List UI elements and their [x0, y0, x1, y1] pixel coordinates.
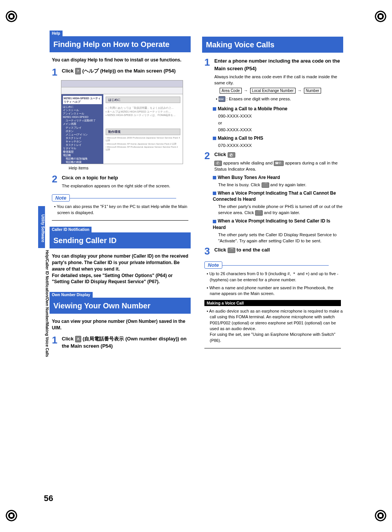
audio-note: An audio device such as an earphone micr…	[210, 308, 343, 343]
step-number: 3	[204, 246, 214, 256]
text: Click	[62, 68, 75, 74]
hangup-icon	[255, 210, 263, 216]
voice-step-3: 3 Click to end the call	[204, 246, 343, 256]
screenshot-heading: はじめに	[106, 97, 180, 103]
sendid-block: When a Voice Prompt Indicating to Send C…	[213, 218, 343, 244]
text: Click	[214, 152, 228, 157]
clear-line: clear : Erases one digit with one press.	[219, 96, 343, 102]
step-title: Click ? (ヘルプ (Help)) on the Main screen …	[62, 67, 191, 75]
text: 080-XXXX-XXXX	[218, 127, 343, 133]
voice-step-2: 2 Click appears while dialing and appear…	[204, 151, 343, 172]
left-column: Help Finding Help on How to Operate You …	[50, 31, 191, 355]
screenshot-main: はじめに • ご利用にあたっては「取扱説明書」をよくお読みの上...• 本ヘルプ…	[103, 94, 183, 164]
note-label: Note	[204, 261, 222, 269]
step-number: 1	[204, 57, 214, 103]
section-tag-callerid: Caller ID Notification	[50, 227, 92, 232]
step-number: 2	[204, 151, 214, 172]
screenshot-sidebar: M2501 HIGH-SPEED ユーティリティ ヘルプ はじめに インストール…	[61, 94, 103, 164]
sub-heading: Making a Call to a Mobile Phone	[218, 106, 288, 111]
text: The other party's mobile phone or PHS is…	[218, 203, 343, 216]
hangup-icon	[262, 182, 269, 188]
step-title: Enter a phone number including the area …	[214, 57, 343, 72]
busy-block: When Busy Tones Are Heard The line is bu…	[213, 174, 343, 188]
in-call-icon	[274, 161, 284, 166]
number-flow: Area Code → Local Exchange Number → Numb…	[220, 87, 343, 93]
voice-step-1: 1 Enter a phone number including the are…	[204, 57, 343, 103]
sub-heading: When Busy Tones Are Heard	[218, 175, 280, 180]
text: The other party sets the Caller ID Displ…	[218, 232, 343, 244]
note-box: Note You can also press the "F1" key on …	[52, 194, 188, 216]
hangup-icon	[228, 248, 235, 253]
arrow-icon: →	[244, 88, 248, 93]
own-number-icon: A	[75, 336, 82, 343]
section-header-callerid: Sending Caller ID	[50, 232, 191, 248]
text: (ヘルプ (Help)) on the Main screen (P54)	[82, 68, 176, 74]
text: The line is busy. Click and try again la…	[218, 182, 343, 188]
step-number: 2	[52, 174, 62, 189]
step-number: 1	[52, 67, 62, 77]
section-header-own: Viewing Your Own Number	[50, 298, 191, 314]
step-text: appears while dialing and appears during…	[214, 160, 343, 172]
own-step-1: 1 Click A (自局電話番号表示 (Own number display)…	[52, 335, 191, 350]
callerid-intro: You can display your phone number (Calle…	[52, 253, 188, 285]
side-breadcrumb: Help/Caller ID Notification/Own Number/M…	[45, 250, 49, 403]
help-icon: ?	[75, 68, 81, 75]
crop-mark-icon	[6, 11, 17, 22]
square-bullet-icon	[213, 137, 216, 140]
crop-mark-icon	[6, 510, 17, 521]
help-screenshot: M2501 HIGH-SPEED ユーティリティ ヘルプ はじめに インストール…	[61, 80, 183, 164]
note-item: You can also press the "F1" key on the P…	[57, 204, 188, 216]
cannot-block: When a Voice Prompt Indicating That a Ca…	[213, 190, 343, 216]
text: or	[218, 120, 343, 126]
help-intro: You can display Help to find how to inst…	[52, 57, 188, 63]
square-bullet-icon	[213, 107, 216, 111]
text: The line is busy. Click	[218, 182, 262, 187]
step-text: Always include the area code even if the…	[214, 74, 343, 86]
sub-heading: When a Voice Prompt Indicating That a Ca…	[213, 190, 336, 202]
divider	[204, 348, 341, 348]
arrow-icon: →	[297, 88, 302, 93]
screenshot-title: M2501 HIGH-SPEED ユーティリティ ヘルプ	[63, 96, 102, 104]
text: : Erases one digit with one press.	[227, 97, 291, 101]
note-item: When a name and phone number are saved i…	[210, 285, 341, 297]
phs-block: Making a Call to PHS 070-XXXX-XXXX	[213, 135, 343, 148]
step-number: 1	[52, 335, 62, 350]
crop-mark-icon	[375, 11, 386, 22]
step-title: Click	[214, 151, 343, 158]
flow-local: Local Exchange Number	[250, 88, 296, 94]
text: 070-XXXX-XXXX	[218, 142, 343, 148]
note-label: Note	[52, 194, 70, 202]
text: and try again later.	[264, 210, 300, 215]
flow-number: Number	[304, 88, 321, 94]
sub-section-bar: Making a Voice Call	[204, 300, 341, 306]
divider	[52, 220, 188, 221]
clear-icon: clear	[218, 96, 225, 102]
right-column: Making Voice Calls 1 Enter a phone numbe…	[202, 31, 343, 355]
step-title: Click to end the call	[214, 246, 343, 254]
call-icon	[228, 152, 235, 158]
own-intro: You can view your phone number (Own Numb…	[52, 318, 188, 331]
sub-heading: When a Voice Prompt Indicating to Send C…	[213, 218, 330, 230]
square-bullet-icon	[213, 220, 216, 223]
section-tag-help: Help	[50, 31, 63, 36]
section-header-voice: Making Voice Calls	[202, 37, 343, 53]
note-item: Up to 26 characters from 0 to 9 (includi…	[210, 271, 341, 283]
sub-heading: Making a Call to PHS	[218, 135, 263, 141]
dialing-icon	[214, 161, 222, 166]
page-content: Help Finding Help on How to Operate You …	[50, 31, 347, 355]
page-number: 56	[44, 493, 53, 503]
square-bullet-icon	[213, 192, 216, 195]
help-step-1: 1 Click ? (ヘルプ (Help)) on the Main scree…	[52, 67, 191, 77]
text: Click	[62, 336, 75, 342]
note-box: Note Up to 26 characters from 0 to 9 (in…	[204, 261, 341, 297]
side-tab: Utility Software	[38, 206, 45, 248]
section-header-help: Finding Help on How to Operate	[50, 36, 191, 52]
text: 090-XXXX-XXXX	[218, 113, 343, 119]
step-title: Click A (自局電話番号表示 (Own number display)) …	[62, 335, 191, 350]
text: to end the call	[236, 247, 270, 253]
square-bullet-icon	[213, 176, 216, 179]
mobile-block: Making a Call to a Mobile Phone 090-XXXX…	[213, 106, 343, 133]
text: Click	[214, 247, 228, 253]
screenshot-side-items: はじめに インストール アンインストール M2501 HIGH-SPEED ユー…	[63, 105, 102, 185]
section-tag-own: Own Number Display	[50, 292, 93, 298]
